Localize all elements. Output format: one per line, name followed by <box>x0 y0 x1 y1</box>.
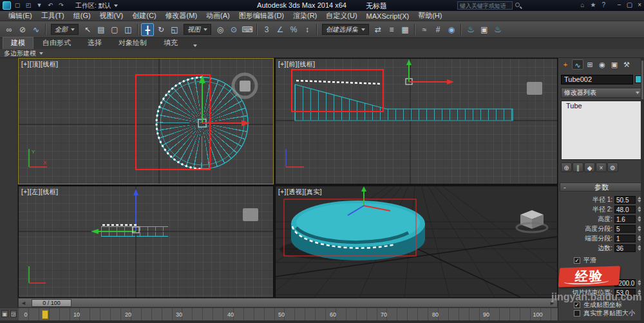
radius1-input[interactable]: 50.5 <box>614 196 636 204</box>
create-tab-icon[interactable]: + <box>560 59 571 70</box>
viewport-left[interactable]: [+][左][线框] <box>18 186 274 298</box>
utilities-tab-icon[interactable]: ⚒ <box>621 59 632 70</box>
menu-create[interactable]: 创建(C) <box>128 11 160 21</box>
search-input[interactable] <box>457 1 513 10</box>
menu-maxscript[interactable]: MAXScript(X) <box>362 12 414 20</box>
render-production-icon[interactable]: ♨ <box>491 23 504 36</box>
menu-tools[interactable]: 工具(T) <box>37 11 69 21</box>
community-icon[interactable]: ⌂ <box>580 1 584 8</box>
select-and-move-icon[interactable]: ╋ <box>141 23 154 36</box>
3dsmax-logo-icon[interactable] <box>3 1 11 10</box>
viewport-canvas[interactable] <box>276 59 557 184</box>
workspace-selector[interactable]: 工作区: 默认 <box>73 1 120 10</box>
snap-3d-icon[interactable]: 3 <box>260 23 273 36</box>
ribbon-collapse-icon[interactable] <box>193 44 197 47</box>
display-tab-icon[interactable]: ▣ <box>609 59 620 70</box>
menu-edit[interactable]: 编辑(E) <box>4 11 37 21</box>
named-selection-sets-dropdown[interactable]: 创建选择集 <box>322 24 369 35</box>
layer-manager-icon[interactable]: ▦ <box>399 23 412 36</box>
percent-snap-icon[interactable]: % <box>287 23 300 36</box>
select-and-rotate-icon[interactable]: ↻ <box>155 23 167 36</box>
cap-segments-input[interactable]: 1 <box>614 235 636 242</box>
radius2-input[interactable]: 48.0 <box>614 206 636 213</box>
time-slider-left-arrow[interactable]: ◄ <box>21 300 26 306</box>
height-input[interactable]: 1.6 <box>614 215 636 223</box>
selection-lock-toggle-icon[interactable]: ◲ <box>10 310 17 317</box>
configure-modifier-sets-icon[interactable]: ⚙ <box>607 162 618 172</box>
modify-tab-icon[interactable]: ∿ <box>572 59 583 70</box>
select-region-icon[interactable]: ▢ <box>108 23 121 36</box>
menu-modifiers[interactable]: 修改器(M) <box>161 11 202 21</box>
object-name-field[interactable]: Tube002 <box>561 75 633 84</box>
window-crossing-icon[interactable]: ◫ <box>122 23 135 36</box>
modifier-list-dropdown[interactable]: 修改器列表 <box>561 88 643 98</box>
sides-input[interactable]: 36 <box>614 244 636 252</box>
viewport-canvas[interactable] <box>276 186 557 297</box>
undo-icon[interactable]: ↶ <box>46 1 55 10</box>
track-bar[interactable]: 0 10 20 30 40 50 60 70 80 90 100 <box>18 308 558 320</box>
rollout-collapse-icon[interactable]: - <box>564 183 566 191</box>
material-editor-icon[interactable]: ◉ <box>445 23 458 36</box>
select-by-name-icon[interactable]: ▤ <box>95 23 108 36</box>
viewport-label[interactable]: [+][顶][线框] <box>21 60 59 69</box>
search-icon[interactable] <box>515 3 520 7</box>
hierarchy-tab-icon[interactable]: ⊞ <box>584 59 596 70</box>
keyboard-override-icon[interactable]: ⌨ <box>241 23 254 36</box>
new-scene-icon[interactable]: ▢ <box>13 1 22 10</box>
menu-animation[interactable]: 动画(A) <box>202 11 234 21</box>
viewport-label[interactable]: [+][前][线框] <box>278 60 316 69</box>
viewport-perspective[interactable]: [+][透视][真实] <box>275 186 558 298</box>
unlink-selection-icon[interactable]: ⊘ <box>16 23 29 36</box>
menu-rendering[interactable]: 渲染(R) <box>289 11 321 21</box>
viewport-canvas[interactable] <box>19 186 273 297</box>
modifier-stack[interactable]: Tube <box>561 101 643 160</box>
mirror-icon[interactable]: ⇄ <box>372 23 384 36</box>
save-file-icon[interactable]: ▼ <box>35 1 44 10</box>
show-end-result-icon[interactable]: ∥ <box>573 162 583 172</box>
polygon-modeling-panel[interactable]: 多边形建模 <box>4 49 36 58</box>
bind-to-spacewarp-icon[interactable]: ∿ <box>30 23 43 36</box>
viewport-label[interactable]: [+][透视][真实] <box>278 188 322 197</box>
select-and-manipulate-icon[interactable]: ⊙ <box>227 23 240 36</box>
open-file-icon[interactable]: ◰ <box>24 1 33 10</box>
tab-freeform[interactable]: 自由形式 <box>35 37 79 49</box>
reference-coordinate-dropdown[interactable]: 视图 <box>184 24 211 35</box>
redo-icon[interactable]: ↷ <box>57 1 66 10</box>
menu-views[interactable]: 视图(V) <box>95 11 128 21</box>
viewport-front[interactable]: [+][前][线框] <box>275 58 558 184</box>
menu-group[interactable]: 组(G) <box>69 11 95 21</box>
align-icon[interactable]: ≡ <box>385 23 398 36</box>
menu-graph-editors[interactable]: 图形编辑器(D) <box>234 11 289 21</box>
make-unique-icon[interactable]: ◆ <box>584 162 595 172</box>
time-slider-track[interactable]: ◄ 0 / 100 ► <box>18 298 558 308</box>
stack-item-tube[interactable]: Tube <box>562 101 642 110</box>
isolate-selection-toggle-icon[interactable]: ▣ <box>1 310 8 317</box>
favorites-icon[interactable]: ★ <box>590 1 596 8</box>
real-world-map-checkbox[interactable] <box>574 310 580 317</box>
tab-selection[interactable]: 选择 <box>80 37 109 49</box>
menu-customize[interactable]: 自定义(U) <box>321 11 361 21</box>
time-slider-button[interactable]: 0 / 100 <box>32 299 71 307</box>
render-setup-icon[interactable]: ♨ <box>464 23 477 36</box>
selection-filter-dropdown[interactable]: 全部 <box>51 24 79 35</box>
select-and-scale-icon[interactable]: ◱ <box>168 23 181 36</box>
viewport-label[interactable]: [+][左][线框] <box>21 188 59 197</box>
pin-stack-icon[interactable]: ⊕ <box>561 162 572 172</box>
tab-populate[interactable]: 填充 <box>156 37 185 49</box>
angle-snap-icon[interactable]: ∠ <box>274 23 287 36</box>
rendered-frame-icon[interactable]: ▣ <box>478 23 491 36</box>
select-and-link-icon[interactable]: ∞ <box>3 23 15 36</box>
menu-help[interactable]: 帮助(H) <box>413 11 446 21</box>
height-segments-input[interactable]: 5 <box>614 225 636 233</box>
remove-modifier-icon[interactable]: × <box>596 162 607 172</box>
close-button[interactable]: × <box>638 1 641 8</box>
parameters-rollout-header[interactable]: - 参数 <box>560 182 643 191</box>
schematic-view-icon[interactable]: # <box>431 23 444 36</box>
tab-object-paint[interactable]: 对象绘制 <box>111 37 155 49</box>
smooth-checkbox[interactable]: ✓ <box>574 257 580 264</box>
curve-editor-icon[interactable]: ≈ <box>418 23 431 36</box>
track-bar-key-marker[interactable] <box>42 310 48 319</box>
help-icon[interactable]: ? <box>601 1 605 8</box>
select-object-icon[interactable]: ↖ <box>81 23 94 36</box>
motion-tab-icon[interactable]: ◉ <box>596 59 608 70</box>
